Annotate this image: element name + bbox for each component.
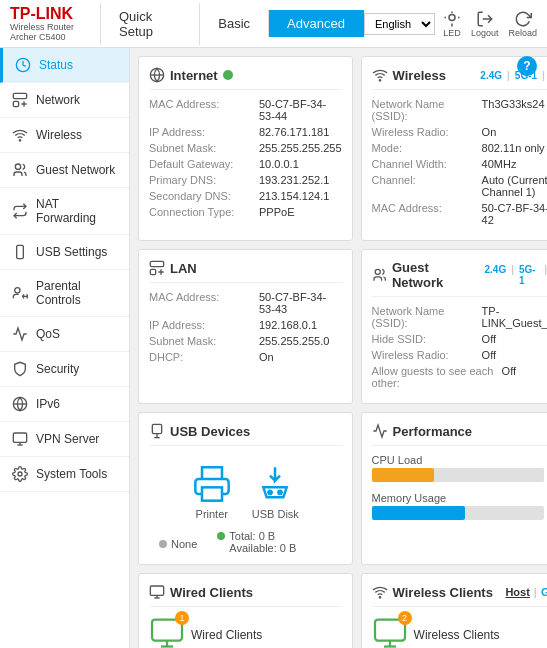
sidebar-label-parental-controls: Parental Controls [36,279,117,307]
language-select[interactable]: English [364,13,435,35]
wireless-label-2: Mode: [372,142,482,154]
sidebar-label-usb-settings: USB Settings [36,245,107,259]
guest-row-2: Wireless Radio: Off [372,349,547,361]
guest-value-3: Off [502,365,516,389]
wireless-label-5: MAC Address: [372,202,482,226]
memory-label: Memory Usage [372,492,547,504]
sidebar-item-security[interactable]: Security [0,352,129,387]
wireless-clients-label: Wireless Clients [414,628,500,642]
guest-band-tab-2g[interactable]: 2.4G [484,264,506,286]
lan-row-0: MAC Address: 50-C7-BF-34-53-43 [149,291,342,315]
logo: TP-LINK Wireless Router Archer C5400 [10,6,100,42]
wireless-clients-icon-wrap: 2 [372,615,408,648]
sidebar-label-qos: QoS [36,327,60,341]
internet-icon [149,67,165,83]
wireless-icon [372,67,388,83]
reload-button[interactable]: Reload [508,10,537,38]
lan-icon [149,260,165,276]
wireless-value-3: 40MHz [482,158,517,170]
guest-band-tab-5g1[interactable]: 5G-1 [519,264,539,286]
sidebar-item-system-tools[interactable]: System Tools [0,457,129,492]
lan-label-0: MAC Address: [149,291,259,315]
led-button[interactable]: LED [443,10,461,38]
lan-row-3: DHCP: On [149,351,342,363]
cpu-bar-bg [372,468,544,482]
svg-rect-8 [13,101,18,106]
svg-point-23 [379,80,380,81]
wireless-row-2: Mode: 802.11n only [372,142,547,154]
sidebar-label-network: Network [36,93,80,107]
svg-point-30 [279,491,282,494]
internet-value-5: 213.154.124.1 [259,190,329,202]
band-tab-2g[interactable]: 2.4G [480,70,502,81]
internet-value-4: 193.231.252.1 [259,174,329,186]
usb-devices-list: Printer USB Disk [149,454,342,530]
internet-row-3: Default Gateway: 10.0.0.1 [149,158,342,170]
printer-device: Printer [192,464,232,520]
printer-label: Printer [196,508,228,520]
wireless-row-4: Channel: Auto (Current Channel 1) [372,174,547,198]
sidebar-item-ipv6[interactable]: IPv6 [0,387,129,422]
memory-bar-wrap [372,506,544,522]
wireless-label-4: Channel: [372,174,482,198]
wireless-clients-badge: 2 [398,611,412,625]
tab-advanced[interactable]: Advanced [269,10,364,37]
sidebar-item-status[interactable]: Status [0,48,129,83]
wireless-row-3: Channel Width: 40MHz [372,158,547,170]
guest-value-1: Off [482,333,496,345]
wired-clients-badge: 1 [175,611,189,625]
wireless-clients-tab-host[interactable]: Host [505,586,529,598]
internet-label-1: IP Address: [149,126,259,138]
sidebar-label-security: Security [36,362,79,376]
guest-label-1: Hide SSID: [372,333,482,345]
svg-point-37 [379,597,380,598]
lan-value-2: 255.255.255.0 [259,335,329,347]
sidebar-item-parental-controls[interactable]: Parental Controls [0,270,129,317]
usb-disk-icon [255,464,295,504]
svg-rect-17 [13,433,26,442]
lan-row-1: IP Address: 192.168.0.1 [149,319,342,331]
sidebar-item-wireless[interactable]: Wireless [0,118,129,153]
logout-button[interactable]: Logout [471,10,499,38]
sidebar-item-usb-settings[interactable]: USB Settings [0,235,129,270]
usb-card: USB Devices Printer USB Disk None [138,412,353,565]
wired-clients-section: 1 Wired Clients [149,615,342,648]
svg-point-0 [449,14,455,20]
svg-point-9 [19,140,20,141]
svg-point-13 [15,288,20,293]
sidebar-item-network[interactable]: Network [0,83,129,118]
lan-card-title: LAN [149,260,342,283]
internet-value-6: PPPoE [259,206,294,218]
svg-rect-7 [13,93,26,98]
usb-total-text: Total: 0 B [229,530,275,542]
logo-brand: TP-LINK [10,6,100,22]
sidebar-item-vpn-server[interactable]: VPN Server [0,422,129,457]
internet-row-2: Subnet Mask: 255.255.255.255 [149,142,342,154]
internet-label-5: Secondary DNS: [149,190,259,202]
wireless-row-0: Network Name (SSID): Th3G33ks24 [372,98,547,122]
tab-quick-setup[interactable]: Quick Setup [100,3,200,45]
wireless-value-5: 50-C7-BF-34-53-42 [482,202,547,226]
usb-disk-device: USB Disk [252,464,299,520]
lan-value-1: 192.168.0.1 [259,319,317,331]
tab-basic[interactable]: Basic [200,10,269,37]
internet-card: Internet MAC Address: 50-C7-BF-34-53-44 … [138,56,353,241]
memory-bar [372,506,465,520]
sidebar-item-nat-forwarding[interactable]: NAT Forwarding [0,188,129,235]
sidebar-item-qos[interactable]: QoS [0,317,129,352]
printer-status: None [159,534,197,554]
internet-row-5: Secondary DNS: 213.154.124.1 [149,190,342,202]
guest-network-icon [372,267,387,283]
content: Internet MAC Address: 50-C7-BF-34-53-44 … [130,48,547,648]
svg-point-10 [15,164,20,169]
wireless-clients-tab-guest[interactable]: Guest [541,586,547,598]
internet-label-2: Subnet Mask: [149,142,259,154]
help-button[interactable]: ? [517,56,537,76]
svg-point-26 [375,269,380,274]
sidebar-label-guest-network: Guest Network [36,163,115,177]
guest-row-3: Allow guests to see each other: Off [372,365,547,389]
sidebar-item-guest-network[interactable]: Guest Network [0,153,129,188]
wired-clients-card: Wired Clients 1 Wired Clients CIPPC... › [138,573,353,648]
wireless-clients-card-title: Wireless Clients Host | Guest [372,584,547,607]
svg-rect-24 [150,261,163,266]
